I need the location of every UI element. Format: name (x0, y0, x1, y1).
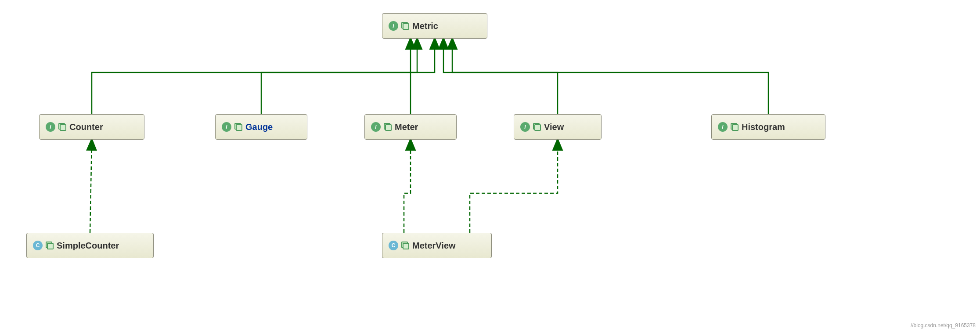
counter-link-icon (58, 123, 67, 131)
simplecounter-label: SimpleCounter (57, 241, 119, 251)
gauge-node: I Gauge (215, 114, 307, 140)
gauge-to-metric-arrow (261, 39, 417, 114)
gauge-link-icon (234, 123, 243, 131)
counter-node: I Counter (39, 114, 144, 140)
histogram-to-metric-arrow (452, 39, 768, 114)
watermark: //blog.csdn.net/qq_9165378 (911, 322, 976, 328)
histogram-label: Histogram (742, 122, 785, 132)
simplecounter-class-icon: C (33, 241, 43, 250)
gauge-label: Gauge (245, 122, 273, 132)
gauge-interface-icon: I (222, 122, 231, 132)
meterview-link-icon (401, 241, 410, 250)
histogram-link-icon (730, 123, 739, 131)
meter-interface-icon: I (371, 122, 381, 132)
counter-interface-icon: I (46, 122, 55, 132)
view-label: View (544, 122, 564, 132)
metric-link-icon (401, 22, 410, 30)
meterview-label: MeterView (412, 241, 456, 251)
metric-interface-icon: I (389, 21, 398, 31)
meter-link-icon (383, 123, 392, 131)
meterview-class-icon: C (389, 241, 398, 250)
arrows-svg (0, 0, 980, 332)
view-to-metric-arrow (443, 39, 558, 114)
view-node: I View (514, 114, 602, 140)
meter-label: Meter (395, 122, 418, 132)
diagram-container: I Metric I Counter I Gauge I Meter I Vi (0, 0, 980, 332)
meterview-to-view-arrow (470, 140, 558, 233)
counter-label: Counter (69, 122, 103, 132)
meter-node: I Meter (364, 114, 457, 140)
histogram-interface-icon: I (718, 122, 728, 132)
meterview-to-meter-arrow (404, 140, 411, 233)
view-interface-icon: I (520, 122, 530, 132)
histogram-node: I Histogram (711, 114, 825, 140)
simplecounter-link-icon (45, 241, 54, 250)
meterview-node: C MeterView (382, 233, 492, 258)
view-link-icon (533, 123, 541, 131)
simplecounter-node: C SimpleCounter (26, 233, 154, 258)
metric-node: I Metric (382, 13, 487, 39)
simplecounter-to-counter-arrow (90, 140, 92, 233)
metric-label: Metric (412, 21, 438, 31)
counter-to-metric-arrow (92, 39, 435, 114)
